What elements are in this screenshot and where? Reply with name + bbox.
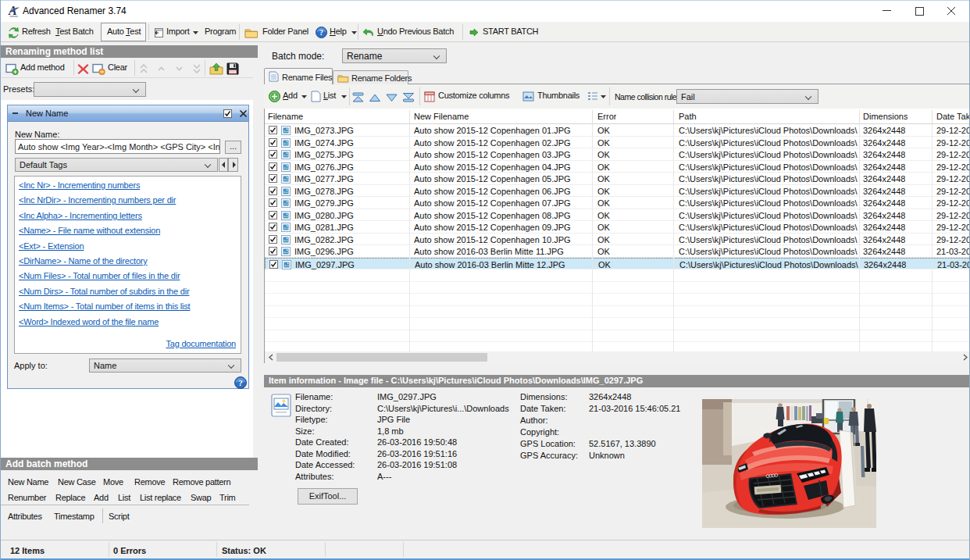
svg-text:?: ?	[319, 28, 323, 37]
svg-text:?: ?	[238, 378, 243, 387]
